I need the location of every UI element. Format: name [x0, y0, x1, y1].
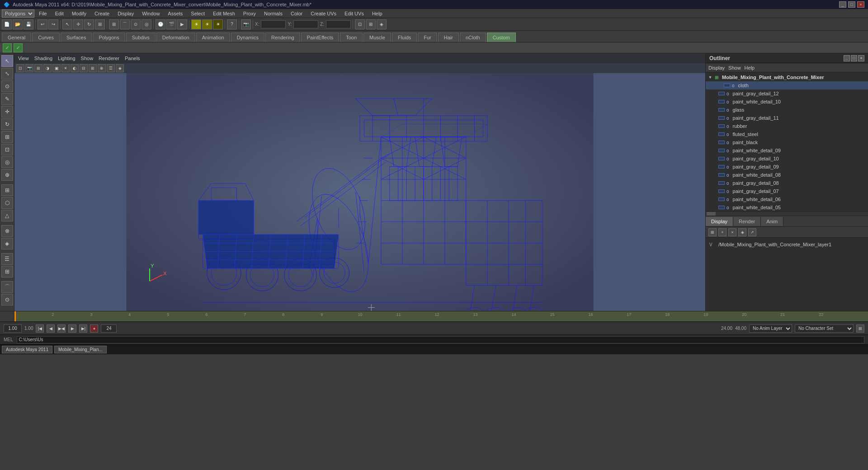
tab-general[interactable]: General: [2, 33, 31, 42]
tab-animation[interactable]: Animation: [196, 33, 230, 42]
vp-menu-shading[interactable]: Shading: [34, 56, 52, 61]
vp-camera-btn[interactable]: 📷: [25, 64, 33, 72]
outliner-h-scroll-thumb[interactable]: [707, 212, 716, 216]
select-tool-btn[interactable]: ↖: [1, 55, 13, 67]
extra-btn-3[interactable]: ◈: [377, 19, 387, 29]
menu-color[interactable]: Color: [287, 10, 306, 17]
tab-fur[interactable]: Fur: [418, 33, 437, 42]
vp-wireframe-btn[interactable]: ⊟: [80, 64, 88, 72]
light3-btn[interactable]: ☀: [213, 19, 223, 29]
outliner-item-paint-white-06[interactable]: o paint_white_detail_06: [706, 195, 868, 203]
outliner-item-cloth[interactable]: ▶ o cloth: [706, 81, 868, 89]
move-tool-btn2[interactable]: ✛: [1, 106, 13, 118]
vp-menu-lighting[interactable]: Lighting: [58, 56, 75, 61]
tab-surfaces[interactable]: Surfaces: [61, 33, 92, 42]
close-button[interactable]: ×: [857, 1, 864, 8]
layer-new-btn[interactable]: +: [718, 228, 726, 236]
root-expander[interactable]: ▼: [708, 75, 713, 80]
outliner-close-btn[interactable]: ×: [858, 55, 864, 61]
menu-proxy[interactable]: Proxy: [240, 10, 259, 17]
viewport[interactable]: View Shading Lighting Show Renderer Pane…: [14, 53, 705, 311]
vp-shadow-btn[interactable]: ◐: [71, 64, 79, 72]
quick-icon-2[interactable]: ✓: [14, 43, 23, 52]
tab-fluids[interactable]: Fluids: [392, 33, 417, 42]
anim-layer-select[interactable]: No Anim Layer: [749, 324, 792, 333]
vp-select-mask-btn[interactable]: ⊡: [16, 64, 24, 72]
menu-window[interactable]: Window: [138, 10, 163, 17]
vp-light-btn[interactable]: ☀: [61, 64, 70, 72]
vp-menu-renderer[interactable]: Renderer: [99, 56, 119, 61]
vp-menu-show[interactable]: Show: [81, 56, 94, 61]
snap-curve-btn[interactable]: ⌒: [120, 19, 130, 29]
menu-file[interactable]: File: [35, 10, 51, 17]
tab-custom[interactable]: Custom: [487, 33, 516, 42]
joint-tool-btn[interactable]: ⊗: [1, 225, 13, 237]
save-scene-btn[interactable]: 💾: [24, 19, 33, 29]
undo-btn[interactable]: ↩: [38, 19, 47, 29]
extra-btn-2[interactable]: ⊞: [366, 19, 376, 29]
char-set-select[interactable]: No Character Set: [795, 324, 854, 333]
light2-btn[interactable]: ☀: [202, 19, 212, 29]
tab-ncloth[interactable]: nCloth: [460, 33, 486, 42]
universal-tool-btn[interactable]: ⊡: [1, 144, 13, 155]
extra-btn-1[interactable]: ⊡: [355, 19, 365, 29]
light1-btn[interactable]: ☀: [191, 19, 201, 29]
outliner-item-paint-gray-11[interactable]: o paint_gray_detail_11: [706, 114, 868, 122]
outliner-item-paint-black[interactable]: o paint_black: [706, 138, 868, 146]
menu-normals[interactable]: Normals: [260, 10, 286, 17]
layer-options-btn[interactable]: ⊞: [708, 228, 717, 236]
render-icon-btn[interactable]: ☰: [1, 253, 13, 265]
taskbar-maya-btn[interactable]: Autodesk Maya 2011: [2, 346, 52, 353]
minimize-button[interactable]: _: [839, 1, 846, 8]
vp-menu-panels[interactable]: Panels: [125, 56, 140, 61]
menu-create-uvs[interactable]: Create UVs: [307, 10, 340, 17]
show-manip-btn[interactable]: ⊕: [1, 169, 13, 181]
rotate-btn[interactable]: ↻: [84, 19, 94, 29]
history-btn[interactable]: 🕐: [156, 19, 165, 29]
camera-view-btn[interactable]: ⊞: [1, 266, 13, 277]
snap-point-btn[interactable]: ⊙: [131, 19, 141, 29]
record-btn[interactable]: ●: [90, 324, 98, 333]
current-frame-input[interactable]: [4, 324, 22, 333]
outliner-max-btn[interactable]: □: [851, 55, 857, 61]
outliner-item-rubber[interactable]: o rubber: [706, 122, 868, 130]
step-back-btn[interactable]: ◀: [47, 324, 55, 333]
sculpt-mesh-btn[interactable]: ⬡: [1, 197, 13, 209]
menu-modify[interactable]: Modify: [68, 10, 90, 17]
snap-grid-btn[interactable]: ⊞: [109, 19, 119, 29]
outliner-list[interactable]: ▼ ⊞ Mobile_Mixing_Plant_with_Concrete_Mi…: [706, 72, 868, 211]
tab-dynamics[interactable]: Dynamics: [231, 33, 264, 42]
outliner-item-fluted-steel[interactable]: o fluted_steel: [706, 130, 868, 138]
outliner-h-scrollbar[interactable]: [706, 211, 868, 216]
menu-create[interactable]: Create: [91, 10, 113, 17]
layer-delete-btn[interactable]: ×: [728, 228, 736, 236]
vp-hud-btn[interactable]: ☰: [107, 64, 115, 72]
rotate-tool-btn[interactable]: ↻: [1, 118, 13, 130]
outliner-menu-display[interactable]: Display: [708, 65, 725, 70]
tab-toon[interactable]: Toon: [340, 33, 363, 42]
tab-hair[interactable]: Hair: [438, 33, 459, 42]
paint-select-btn[interactable]: ✎: [1, 93, 13, 105]
render-btn[interactable]: 🎬: [166, 19, 176, 29]
layer-tab-anim[interactable]: Anim: [761, 217, 783, 226]
tab-deformation[interactable]: Deformation: [156, 33, 195, 42]
vp-extra-btn[interactable]: ◈: [116, 64, 124, 72]
timeline-ruler[interactable]: 1 2 3 4 5 6 7 8 9 10 11 12 13 14 15 16 1…: [14, 311, 868, 321]
outliner-min-btn[interactable]: _: [844, 55, 850, 61]
outliner-item-paint-white-08[interactable]: o paint_white_detail_08: [706, 171, 868, 179]
outliner-item-paint-gray-09[interactable]: o paint_gray_detail_09: [706, 163, 868, 171]
tab-painteffects[interactable]: PaintEffects: [301, 33, 340, 42]
help-line-btn[interactable]: ?: [227, 19, 237, 29]
lasso-tool-btn[interactable]: ⊙: [1, 80, 13, 92]
vp-display-btn[interactable]: ⊞: [89, 64, 97, 72]
script-input[interactable]: [17, 336, 864, 343]
select-btn[interactable]: ↖: [62, 19, 72, 29]
ipr-btn[interactable]: ▶: [177, 19, 187, 29]
snap-together-btn[interactable]: ⊞: [1, 184, 13, 196]
x-input[interactable]: [261, 20, 286, 28]
outliner-item-paint-white-10[interactable]: o paint_white_detail_10: [706, 98, 868, 106]
move-btn[interactable]: ✛: [73, 19, 83, 29]
taskbar-file-btn[interactable]: Mobile_Mixing_Plan...: [54, 346, 107, 353]
z-input[interactable]: [326, 20, 351, 28]
scale-btn[interactable]: ⊞: [95, 19, 105, 29]
